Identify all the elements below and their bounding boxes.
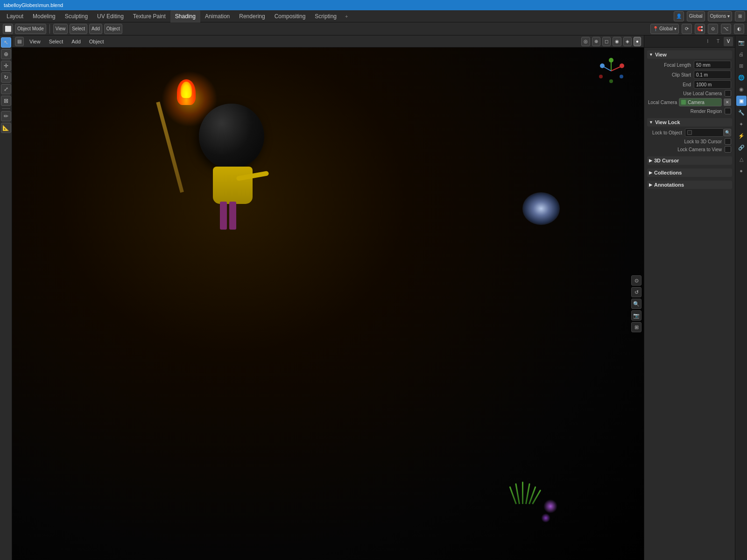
local-camera-selector[interactable]: Camera: [679, 98, 722, 106]
viewport-toolbar: ⬜ Object Mode View Select Add Object 📍 G…: [0, 22, 747, 35]
layout-toggle-btn[interactable]: ⊞: [735, 11, 745, 21]
lock-to-object-label: Lock to Object: [648, 130, 685, 135]
lock-eyedropper-btn[interactable]: 🔍: [724, 129, 731, 136]
proportional-btn[interactable]: ⊙: [708, 24, 718, 34]
rp-tab-view[interactable]: V: [724, 37, 733, 46]
world-props-btn[interactable]: ◉: [736, 84, 747, 94]
add-workspace-button[interactable]: +: [341, 13, 352, 20]
viewport-shading-wire[interactable]: ◻: [602, 37, 611, 46]
scene-selector[interactable]: Global: [687, 11, 705, 21]
object-menu[interactable]: Object: [104, 24, 122, 34]
global-selector[interactable]: 📍 Global ▾: [650, 24, 679, 34]
scene-props-btn[interactable]: 🌐: [736, 72, 747, 83]
zoom-btn[interactable]: 🔍: [631, 299, 641, 309]
white-glow-object: [522, 192, 560, 225]
svg-point-3: [620, 63, 624, 68]
grid-btn[interactable]: ⊞: [631, 322, 641, 332]
view-section-title: View: [655, 52, 667, 57]
transform-gizmo-btn[interactable]: ⟳: [682, 24, 692, 34]
cursor-arrow: ▶: [649, 158, 652, 163]
particles-btn[interactable]: ✦: [736, 119, 747, 129]
tab-sculpting[interactable]: Sculpting: [60, 10, 92, 22]
tab-texture-paint[interactable]: Texture Paint: [128, 10, 170, 22]
viewport-shading-btns[interactable]: ◐: [734, 24, 744, 34]
options-btn[interactable]: Options ▾: [708, 11, 732, 21]
viewport-shading-solid[interactable]: ◉: [613, 37, 621, 46]
lock-3d-cursor-row: Lock to 3D Cursor: [647, 138, 732, 145]
render-props-btn[interactable]: 📷: [736, 37, 747, 48]
physics-btn[interactable]: ⚡: [736, 131, 747, 141]
viewport-shading-rendered[interactable]: ●: [634, 37, 641, 46]
tab-shading[interactable]: Shading: [170, 10, 200, 22]
use-local-camera-checkbox[interactable]: [725, 90, 731, 97]
collections-arrow: ▶: [649, 170, 652, 175]
lock-to-object-input[interactable]: [685, 128, 724, 137]
user-icon-btn[interactable]: 👤: [674, 11, 684, 21]
collections-title: Collections: [654, 170, 682, 175]
constraints-btn[interactable]: 🔗: [736, 142, 747, 153]
add-menu[interactable]: Add: [89, 24, 102, 34]
tab-uv-editing[interactable]: UV Editing: [92, 10, 128, 22]
annotate-btn[interactable]: ✏: [1, 111, 11, 121]
view-section-header[interactable]: ▼ View: [647, 50, 732, 59]
lock-3d-cursor-checkbox[interactable]: [725, 138, 731, 145]
mode-selector[interactable]: Object Mode: [15, 24, 46, 34]
render-region-checkbox[interactable]: [725, 108, 731, 114]
right-properties-panel: I T V ▼ View Focal Length 50 mm Clip Sta…: [644, 35, 735, 560]
viewport-gizmo-toggle[interactable]: ⊕: [592, 37, 600, 46]
tab-layout[interactable]: Layout: [2, 10, 28, 22]
3d-viewport[interactable]: ⊙ ↺ 🔍 📷 ⊞: [12, 48, 644, 560]
scale-tool-btn[interactable]: ⤢: [1, 84, 11, 94]
clear-camera-btn[interactable]: ✕: [724, 98, 731, 106]
view-menu[interactable]: View: [53, 24, 68, 34]
viewport-header: ▤ View Select Add Object ◎ ⊕ ◻ ◉ ◈ ●: [12, 35, 644, 48]
material-props-btn[interactable]: ●: [736, 166, 747, 176]
clip-start-input[interactable]: 0.1 m: [694, 70, 731, 79]
rp-tab-tool[interactable]: T: [713, 37, 723, 46]
data-props-btn[interactable]: △: [736, 154, 747, 164]
tab-modeling[interactable]: Modeling: [28, 10, 60, 22]
viewport-shading-material[interactable]: ◈: [623, 37, 632, 46]
tab-compositing[interactable]: Compositing: [270, 10, 310, 22]
pan-btn[interactable]: ⊙: [631, 275, 641, 286]
navigation-gizmo[interactable]: [597, 57, 625, 85]
view-lock-header[interactable]: ▼ View Lock: [647, 118, 732, 126]
cursor-tool-btn[interactable]: ⊕: [1, 49, 11, 59]
tab-animation[interactable]: Animation: [200, 10, 234, 22]
use-local-camera-label: Use Local Camera: [648, 91, 725, 96]
svg-point-6: [609, 79, 613, 83]
transform-tool-btn[interactable]: ⊠: [1, 96, 11, 106]
viewport-select-menu[interactable]: Select: [46, 38, 66, 45]
viewport-add-menu[interactable]: Add: [69, 38, 84, 45]
viewport-view-menu[interactable]: View: [27, 38, 43, 45]
left-toolbar: ↖ ⊕ ✛ ↻ ⤢ ⊠ ✏ 📐: [0, 35, 12, 560]
focal-length-input[interactable]: 50 mm: [694, 61, 731, 69]
select-tool-btn[interactable]: ↖: [1, 37, 11, 48]
annotations-header[interactable]: ▶ Annotations: [647, 181, 732, 189]
output-props-btn[interactable]: 🖨: [736, 49, 747, 59]
use-local-camera-row: Use Local Camera: [647, 90, 732, 97]
collections-header[interactable]: ▶ Collections: [647, 168, 732, 177]
tab-rendering[interactable]: Rendering: [234, 10, 269, 22]
viewport-object-menu[interactable]: Object: [86, 38, 107, 45]
lock-camera-view-checkbox[interactable]: [725, 146, 731, 153]
viewport-camera-type[interactable]: ▤: [15, 37, 24, 46]
view-layer-btn[interactable]: ⊞: [736, 61, 747, 71]
orbit-btn[interactable]: ↺: [631, 287, 641, 297]
mirror-btn[interactable]: ⌥: [721, 24, 731, 34]
camera-btn[interactable]: 📷: [631, 310, 641, 321]
rotate-tool-btn[interactable]: ↻: [1, 72, 11, 83]
select-menu[interactable]: Select: [70, 24, 87, 34]
object-props-btn[interactable]: ▣: [736, 96, 747, 106]
local-camera-row: Local Camera Camera ✕: [647, 98, 732, 106]
rp-tab-item[interactable]: I: [703, 37, 712, 46]
modifier-props-btn[interactable]: 🔧: [736, 107, 747, 118]
move-tool-btn[interactable]: ✛: [1, 61, 11, 71]
3d-cursor-header[interactable]: ▶ 3D Cursor: [647, 156, 732, 165]
tab-scripting[interactable]: Scripting: [310, 10, 341, 22]
svg-point-5: [600, 63, 605, 68]
end-input[interactable]: 1000 m: [694, 80, 731, 89]
snap-btn[interactable]: 🧲: [695, 24, 705, 34]
viewport-overlay-toggle[interactable]: ◎: [581, 37, 590, 46]
measure-btn[interactable]: 📐: [1, 123, 11, 133]
